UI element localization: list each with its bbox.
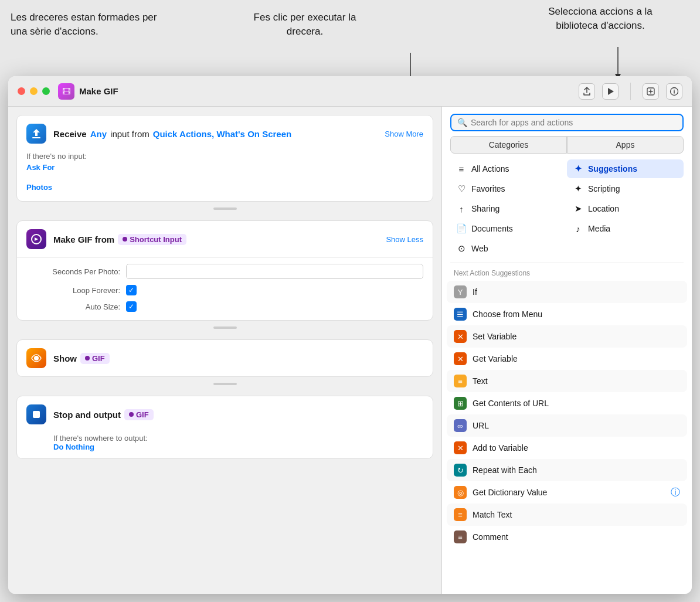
maximize-button[interactable] (42, 87, 50, 95)
suggestion-label: Repeat with Each (473, 465, 537, 475)
any-link[interactable]: Any (90, 129, 107, 139)
autosize-label: Auto Size: (26, 302, 120, 311)
category-media[interactable]: ♪ Media (567, 219, 684, 238)
documents-icon: 📄 (456, 223, 467, 234)
drag-handle-1[interactable] (213, 208, 237, 210)
make-gif-body: Seconds Per Photo: Loop Forever: ✓ Auto … (17, 257, 433, 320)
show-card: Show GIF (16, 339, 433, 377)
main-window: 🎞 Make GIF (8, 76, 692, 594)
receive-sub: If there's no input: Ask For Photos (17, 152, 433, 201)
loop-label: Loop Forever: (26, 286, 120, 295)
window-title: Make GIF (79, 86, 579, 96)
suggestion-label: Comment (473, 532, 508, 542)
suggestion-item[interactable]: ↻ Repeat with Each (447, 459, 687, 481)
info-icon[interactable]: ⓘ (671, 487, 680, 499)
sharing-icon: ↑ (456, 204, 467, 214)
drag-handle-3[interactable] (213, 383, 237, 385)
suggestion-icon: ≡ (454, 530, 467, 543)
suggestion-item[interactable]: ⊞ Get Contents of URL (447, 392, 687, 414)
make-gif-action-text: Make GIF from Shortcut Input (53, 234, 379, 245)
suggestion-icon: ☰ (454, 308, 467, 321)
run-button[interactable] (602, 83, 619, 100)
category-all-actions[interactable]: ≡ All Actions (450, 159, 567, 178)
info-button[interactable] (666, 83, 682, 100)
annotation-left: Les dreceres estan formades per una sèri… (11, 11, 163, 39)
suggestion-item[interactable]: ☰ Choose from Menu (447, 303, 687, 325)
stop-card: Stop and output GIF If there's nowhere t… (16, 396, 433, 459)
svg-marker-4 (608, 88, 614, 95)
media-icon: ♪ (573, 224, 583, 234)
suggestions-icon: ✦ (573, 164, 583, 174)
sources-link[interactable]: Quick Actions, What's On Screen (153, 129, 291, 139)
receive-card: Receive Any input from Quick Actions, Wh… (16, 115, 433, 202)
suggestion-icon: ✕ (454, 352, 467, 365)
all-actions-icon: ≡ (456, 164, 467, 174)
suggestion-item[interactable]: ≡ Text (447, 370, 687, 392)
tab-bar: Categories Apps (442, 136, 692, 159)
suggestion-icon: Y (454, 285, 467, 298)
suggestion-item[interactable]: ✕ Get Variable (447, 348, 687, 370)
suggestion-item[interactable]: Y If (447, 281, 687, 303)
make-gif-card: Make GIF from Shortcut Input Show Less S… (16, 220, 433, 321)
annotation-right: Selecciona accions a la biblioteca d'acc… (536, 5, 665, 33)
ask-for-link[interactable]: Ask For (26, 163, 423, 172)
category-suggestions[interactable]: ✦ Suggestions (567, 159, 684, 178)
minimize-button[interactable] (30, 87, 38, 95)
category-web[interactable]: ⊙ Web (450, 239, 567, 258)
stop-action-text: Stop and output GIF (53, 409, 423, 420)
autosize-checkbox[interactable]: ✓ (126, 301, 137, 312)
suggestion-label: Get Variable (473, 354, 518, 363)
category-favorites[interactable]: ♡ Favorites (450, 179, 567, 198)
suggestions-section-label: Next Action Suggestions (442, 267, 692, 281)
show-icon (26, 348, 46, 368)
category-scripting[interactable]: ✦ Scripting (567, 179, 684, 198)
suggestion-label: URL (473, 421, 489, 430)
suggestion-item[interactable]: ≡ Comment (447, 526, 687, 548)
share-button[interactable] (579, 83, 595, 100)
suggestion-icon: ∞ (454, 419, 467, 432)
titlebar-actions (579, 83, 682, 100)
search-bar: 🔍 (442, 107, 692, 136)
suggestion-item[interactable]: ✕ Set Variable (447, 325, 687, 348)
svg-rect-7 (32, 137, 40, 138)
content-area: Receive Any input from Quick Actions, Wh… (8, 107, 692, 594)
add-action-button[interactable] (643, 83, 659, 100)
receive-icon (26, 124, 46, 144)
suggestion-label: Get Dictionary Value (473, 488, 547, 497)
suggestion-icon: ✕ (454, 441, 467, 454)
suggestion-label: Add to Variable (473, 443, 528, 453)
tab-categories[interactable]: Categories (450, 136, 567, 154)
tab-apps[interactable]: Apps (567, 136, 684, 154)
receive-action-text: Receive Any input from Quick Actions, Wh… (53, 129, 378, 139)
drag-handle-2[interactable] (213, 326, 237, 329)
suggestion-item[interactable]: ✕ Add to Variable (447, 437, 687, 459)
suggestion-item[interactable]: ◎ Get Dictionary Value ⓘ (447, 481, 687, 504)
shortcut-input-badge[interactable]: Shortcut Input (118, 234, 186, 245)
search-input-wrap: 🔍 (450, 114, 684, 131)
right-panel: 🔍 Categories Apps ≡ All Actions ✦ (442, 107, 692, 594)
scripting-icon: ✦ (573, 183, 583, 194)
location-icon: ➤ (573, 203, 583, 214)
show-more-button[interactable]: Show More (385, 130, 423, 138)
category-sharing[interactable]: ↑ Sharing (450, 199, 567, 218)
do-nothing-link[interactable]: Do Nothing (53, 443, 94, 451)
make-gif-icon (26, 229, 46, 249)
stop-gif-badge: GIF (124, 409, 154, 420)
close-button[interactable] (18, 87, 25, 95)
suggestion-item[interactable]: ≡ Match Text (447, 504, 687, 526)
loop-checkbox[interactable]: ✓ (126, 285, 137, 295)
suggestion-item[interactable]: ∞ URL (447, 414, 687, 437)
show-less-button[interactable]: Show Less (386, 235, 423, 244)
app-icon: 🎞 (58, 83, 74, 100)
category-documents[interactable]: 📄 Documents (450, 219, 567, 238)
photos-link[interactable]: Photos (26, 183, 423, 192)
suggestion-icon: ⊞ (454, 397, 467, 410)
svg-rect-10 (33, 411, 40, 418)
suggestion-icon: ↻ (454, 464, 467, 477)
category-location[interactable]: ➤ Location (567, 199, 684, 218)
search-input[interactable] (471, 118, 677, 127)
suggestion-label: If (473, 287, 477, 297)
suggestion-icon: ≡ (454, 508, 467, 521)
seconds-input[interactable] (126, 264, 423, 279)
suggestion-label: Get Contents of URL (473, 399, 549, 408)
